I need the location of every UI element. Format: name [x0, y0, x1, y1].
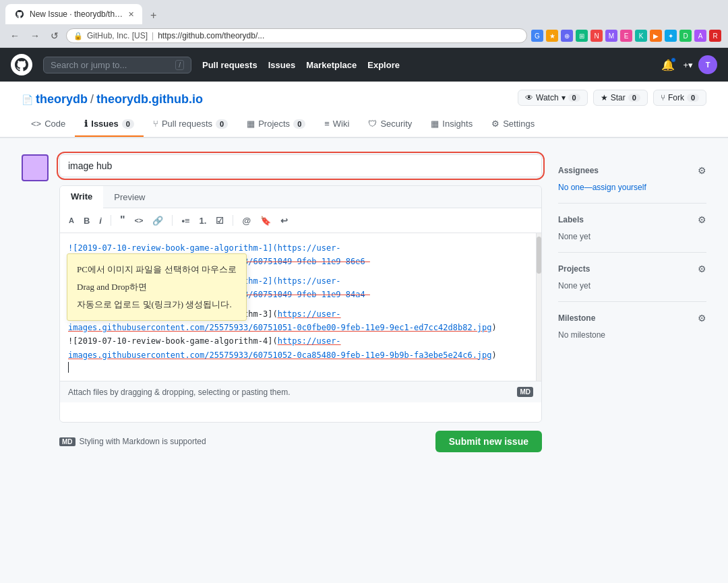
repo-owner-link[interactable]: theorydb [36, 92, 88, 106]
assignees-gear-button[interactable]: ⚙ [698, 165, 706, 176]
assignees-value[interactable]: No one—assign yourself [558, 183, 646, 192]
watch-label: Watch [536, 93, 559, 102]
projects-title: Projects [558, 264, 590, 274]
editor-tab-bar: Write Preview [60, 186, 541, 208]
toolbar-divider-3 [233, 215, 233, 226]
action-bar: MD Styling with Markdown is supported Su… [59, 431, 542, 452]
projects-count-badge: 0 [293, 119, 305, 129]
star-button[interactable]: ★ Star 0 [593, 90, 648, 106]
fork-icon: ⑂ [661, 93, 665, 102]
link-text-1: ![2019-07-10-review-book-game-algorithm-… [68, 243, 341, 253]
nav-marketplace[interactable]: Marketplace [306, 60, 357, 70]
forward-button[interactable]: → [27, 29, 43, 42]
issue-body-editor: Write Preview A B i " <> 🔗 •≡ 1. ☑ [59, 185, 542, 423]
search-placeholder: Search or jump to... [51, 60, 127, 70]
scrollbar-thumb[interactable] [537, 237, 541, 274]
watch-button[interactable]: 👁 Watch ▾ 0 [518, 90, 588, 106]
security-icon: 🛡 [368, 119, 377, 129]
user-avatar[interactable]: T [698, 55, 717, 74]
tab-pull-requests[interactable]: ⑂ Pull requests 0 [144, 112, 237, 137]
repo-nav: <> Code ℹ Issues 0 ⑂ Pull requests 0 ▦ P… [22, 112, 706, 137]
editor-scrollbar[interactable] [536, 233, 541, 381]
ext-icon-5[interactable]: M [605, 30, 617, 42]
search-shortcut: / [175, 60, 184, 70]
tab-projects[interactable]: ▦ Projects 0 [237, 112, 315, 137]
projects-icon: ▦ [247, 119, 255, 129]
link-btn[interactable]: 🔗 [149, 214, 166, 228]
ext-icon-4[interactable]: N [590, 30, 603, 42]
fork-count: 0 [687, 94, 699, 102]
tab-insights[interactable]: ▦ Insights [421, 112, 482, 137]
bold-btn[interactable]: B [80, 214, 93, 228]
title-input-wrapper [59, 154, 542, 177]
unordered-list-btn[interactable]: •≡ [178, 214, 193, 228]
reference-btn[interactable]: 🔖 [257, 214, 274, 228]
content-line-6 [68, 302, 533, 307]
mention-btn[interactable]: @ [239, 214, 254, 228]
projects-section: Projects ⚙ None yet [558, 252, 706, 301]
search-bar[interactable]: Search or jump to... / [43, 57, 191, 73]
ext-icon-star[interactable]: ★ [546, 30, 558, 42]
issue-form-area: Write Preview A B i " <> 🔗 •≡ 1. ☑ [22, 154, 542, 452]
ext-icon-10[interactable]: D [679, 30, 692, 42]
link-text-2: ![2019-07-10-review-book-game-algorithm-… [68, 276, 341, 286]
tab-issues[interactable]: ℹ Issues 0 [75, 112, 144, 137]
ext-icon-12[interactable]: R [709, 30, 721, 42]
milestone-header: Milestone ⚙ [558, 313, 706, 324]
ext-icon-11[interactable]: A [694, 30, 706, 42]
github-logo[interactable] [11, 54, 32, 75]
create-new-button[interactable]: +▾ [683, 60, 693, 70]
issue-title-input[interactable] [59, 154, 542, 177]
fork-button[interactable]: ⑂ Fork 0 [653, 90, 706, 106]
watch-dropdown-icon: ▾ [562, 93, 566, 102]
revert-btn[interactable]: ↩ [277, 214, 291, 228]
projects-header: Projects ⚙ [558, 264, 706, 274]
ext-icon-8[interactable]: ▶ [650, 30, 662, 42]
tab-security[interactable]: 🛡 Security [359, 112, 421, 137]
write-tab[interactable]: Write [60, 186, 103, 208]
browser-tab[interactable]: New Issue · theorydb/theorydb ✕ [5, 4, 142, 24]
nav-explore[interactable]: Explore [367, 60, 400, 70]
ext-icon-1[interactable]: G [531, 30, 543, 42]
quote-btn[interactable]: " [117, 212, 129, 228]
tab-close-icon[interactable]: ✕ [128, 10, 134, 19]
refresh-button[interactable]: ↺ [47, 29, 62, 42]
milestone-gear-button[interactable]: ⚙ [698, 313, 706, 324]
task-list-btn[interactable]: ☑ [212, 214, 227, 228]
ext-icon-7[interactable]: K [635, 30, 647, 42]
new-tab-button[interactable]: + [145, 7, 162, 24]
preview-tab[interactable]: Preview [103, 186, 156, 208]
ext-icon-2[interactable]: ⊕ [561, 30, 573, 42]
tab-wiki[interactable]: ≡ Wiki [315, 112, 359, 137]
milestone-section: Milestone ⚙ No milestone [558, 301, 706, 350]
tab-code[interactable]: <> Code [22, 112, 75, 137]
heading-btn[interactable]: A [65, 214, 78, 226]
breadcrumb-icon: 📄 [22, 94, 33, 105]
editor-content-area[interactable]: ![2019-07-10-review-book-game-algorithm-… [60, 233, 541, 381]
notification-bell-button[interactable]: 🔔 [659, 56, 677, 74]
projects-value: None yet [558, 281, 590, 290]
back-button[interactable]: ← [7, 29, 23, 42]
nav-pull-requests[interactable]: Pull requests [202, 60, 257, 70]
user-avatar-sidebar [22, 154, 49, 181]
italic-btn[interactable]: i [96, 214, 105, 228]
tab-pull-requests-label: Pull requests [162, 119, 212, 129]
notification-dot [671, 57, 676, 63]
address-bar[interactable]: 🔒 GitHub, Inc. [US] | https://github.com… [66, 28, 527, 43]
ordered-list-btn[interactable]: 1. [196, 214, 210, 228]
projects-gear-button[interactable]: ⚙ [698, 264, 706, 274]
repo-name-link[interactable]: theorydb.github.io [96, 92, 203, 106]
ext-icon-6[interactable]: E [620, 30, 632, 42]
code-btn[interactable]: <> [131, 214, 147, 226]
nav-issues[interactable]: Issues [268, 60, 295, 70]
labels-gear-button[interactable]: ⚙ [698, 214, 706, 225]
github-nav: Pull requests Issues Marketplace Explore [202, 60, 648, 70]
tab-settings[interactable]: ⚙ Settings [482, 112, 544, 137]
ext-icon-9[interactable]: ✦ [665, 30, 677, 42]
submit-new-issue-button[interactable]: Submit new issue [435, 431, 542, 452]
content-line-8: ![2019-07-10-review-book-game-algorithm-… [68, 334, 533, 362]
repo-header-wrapper: 📄 theorydb / theorydb.github.io 👁 Watch … [0, 82, 728, 138]
lock-icon: 🔒 [73, 32, 83, 40]
ext-icon-3[interactable]: ⊞ [576, 30, 588, 42]
star-label: Star [611, 93, 626, 102]
